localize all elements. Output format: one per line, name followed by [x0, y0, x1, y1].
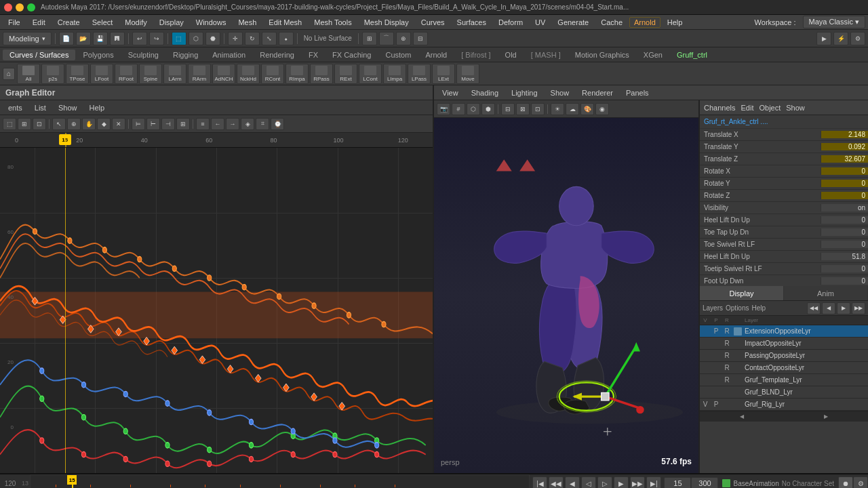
graph-time-snap-btn[interactable]: ⌚ — [271, 118, 284, 130]
graph-menu-ents[interactable]: ents — [3, 102, 28, 113]
vp-menu-view[interactable]: View — [437, 87, 464, 98]
rig-nckhd-btn[interactable]: NckHd — [237, 64, 260, 84]
timeline-ruler[interactable]: 0 15 20 40 60 80 100 120 — [0, 133, 433, 148]
viewport-canvas[interactable]: persp 57.6 fps — [434, 118, 698, 473]
graph-buffer-btn[interactable]: ⊞ — [176, 118, 190, 130]
menu-file[interactable]: File — [3, 17, 26, 28]
channel-visibility[interactable]: Visibility on — [700, 202, 868, 214]
tab-gruff-ctrl[interactable]: Gruff_ctrl — [670, 49, 714, 60]
layer-scroll-right[interactable]: ▶ — [824, 413, 828, 420]
save-file-btn[interactable]: 💾 — [93, 32, 108, 45]
vp-menu-shading[interactable]: Shading — [466, 87, 504, 98]
rig-adnch-btn[interactable]: AdNCH — [212, 64, 235, 84]
ch-header-edit[interactable]: Edit — [741, 104, 753, 112]
play-btn[interactable]: ▷ — [597, 476, 612, 488]
menu-select[interactable]: Select — [87, 17, 119, 28]
next-keyframe-btn[interactable]: ▶▶ — [630, 476, 645, 488]
channel-rotate-z[interactable]: Rotate Z 0 — [700, 190, 868, 202]
lasso-btn[interactable]: ⬡ — [189, 32, 203, 45]
menu-display[interactable]: Display — [154, 17, 189, 28]
new-file-btn[interactable]: 📄 — [59, 32, 74, 45]
rig-lpass-btn[interactable]: LPass — [408, 64, 431, 84]
vp-menu-lighting[interactable]: Lighting — [506, 87, 543, 98]
snap-point-btn[interactable]: ⊕ — [396, 32, 411, 45]
ch-tab-anim[interactable]: Anim — [784, 286, 868, 300]
channel-heel-lift-2[interactable]: Heel Lift Dn Up 51.8 — [700, 251, 868, 263]
ch-tab-display[interactable]: Display — [700, 286, 784, 300]
menu-deform[interactable]: Deform — [493, 17, 528, 28]
redo-btn[interactable]: ↪ — [149, 32, 164, 45]
char-set-label[interactable]: BaseAnimation — [733, 480, 778, 487]
channel-toe-swivel[interactable]: Toe Swivel Rt LF 0 — [700, 239, 868, 251]
tab-rendering[interactable]: Rendering — [253, 49, 301, 60]
rig-lfoot-btn[interactable]: LFoot — [90, 64, 113, 84]
settings-btn[interactable]: ⚙ — [853, 476, 868, 488]
workspace-selector[interactable]: Maya Classic ▾ — [803, 16, 865, 28]
maximize-button[interactable] — [27, 3, 35, 12]
record-btn[interactable]: ⏺ — [838, 476, 853, 488]
vp-iso-btn[interactable]: ⊟ — [501, 103, 515, 115]
rig-spine-btn[interactable]: Spine — [139, 64, 162, 84]
rig-rpass-btn[interactable]: RPass — [310, 64, 333, 84]
layer-scroll-left[interactable]: ◀ — [740, 413, 744, 420]
prev-keyframe-btn[interactable]: ◀◀ — [549, 476, 564, 488]
vp-front-btn[interactable]: ⊡ — [531, 103, 545, 115]
layers-label[interactable]: Layers — [703, 304, 723, 312]
menu-mesh-display[interactable]: Mesh Display — [359, 17, 414, 28]
rig-lcont-btn[interactable]: LCont — [359, 64, 382, 84]
graph-stepped-btn[interactable]: ⊨ — [132, 118, 145, 130]
options-label[interactable]: Options — [726, 304, 749, 312]
tab-polygons[interactable]: Polygons — [76, 49, 120, 60]
minimize-button[interactable] — [16, 3, 24, 12]
vp-ao-btn[interactable]: ◉ — [595, 103, 609, 115]
channel-rotate-y[interactable]: Rotate Y 0 — [700, 178, 868, 190]
vp-color-btn[interactable]: 🎨 — [580, 103, 594, 115]
rig-rfoot-btn[interactable]: RFoot — [115, 64, 138, 84]
play-reverse-btn[interactable]: ◁ — [581, 476, 596, 488]
rig-larm-btn[interactable]: LArm — [163, 64, 186, 84]
help-layer-label[interactable]: Help — [751, 304, 766, 312]
graph-move-nearest-btn[interactable]: ⊡ — [33, 118, 46, 130]
graph-menu-show[interactable]: Show — [53, 102, 83, 113]
rig-rext-btn[interactable]: RExt — [334, 64, 357, 84]
vp-menu-panels[interactable]: Panels — [620, 87, 654, 98]
timeline-scrubber[interactable]: 15 — [30, 474, 530, 488]
graph-canvas[interactable]: 80 60 40 20 0 — [0, 148, 433, 473]
tab-mash[interactable]: [ MASH ] — [524, 49, 568, 60]
rig-rarm-btn[interactable]: RArm — [188, 64, 211, 84]
vp-menu-show[interactable]: Show — [545, 87, 575, 98]
menu-generate[interactable]: Generate — [552, 17, 594, 28]
jump-to-end-btn[interactable]: ▶| — [646, 476, 661, 488]
graph-pan-btn[interactable]: ✋ — [82, 118, 96, 130]
graph-frame-selected-btn[interactable]: ⊞ — [18, 118, 31, 130]
rig-home-btn[interactable]: ⌂ — [3, 68, 15, 80]
modeling-dropdown[interactable]: Modeling ▾ — [3, 32, 52, 45]
menu-surfaces[interactable]: Surfaces — [452, 17, 492, 28]
menu-create[interactable]: Create — [52, 17, 85, 28]
tab-curves-surfaces[interactable]: Curves / Surfaces — [3, 49, 75, 60]
channel-translate-x[interactable]: Translate X 2.148 — [700, 129, 868, 141]
tab-arnold[interactable]: Arnold — [418, 49, 454, 60]
layer-next-btn[interactable]: ▶ — [837, 302, 850, 314]
paint-btn[interactable]: ⬣ — [205, 32, 220, 45]
tab-old[interactable]: Old — [498, 49, 524, 60]
vp-grid-btn[interactable]: # — [452, 103, 465, 115]
vp-light-btn[interactable]: ☀ — [551, 103, 564, 115]
snap-curve-btn[interactable]: ⌒ — [379, 32, 394, 45]
channel-translate-z[interactable]: Translate Z 32.607 — [700, 153, 868, 165]
rig-all-btn[interactable]: All — [17, 64, 40, 84]
layer-impact-opposite[interactable]: R ImpactOppositeLyr — [700, 338, 868, 350]
channel-foot-up-dwn[interactable]: Foot Up Dwn 0 — [700, 275, 868, 286]
channel-toetip-swivel[interactable]: Toetip Swivel Rt LF 0 — [700, 263, 868, 275]
jump-to-start-btn[interactable]: |◀ — [532, 476, 547, 488]
graph-insert-key-btn[interactable]: ◆ — [97, 118, 111, 130]
ch-header-show[interactable]: Show — [786, 104, 805, 112]
rig-lext-btn[interactable]: LExt — [432, 64, 455, 84]
tab-animation[interactable]: Animation — [205, 49, 252, 60]
ch-header-channels[interactable]: Channels — [704, 104, 735, 112]
menu-mesh-tools[interactable]: Mesh Tools — [309, 17, 357, 28]
menu-curves[interactable]: Curves — [416, 17, 450, 28]
menu-cache[interactable]: Cache — [595, 17, 628, 28]
graph-weighted-btn[interactable]: ◈ — [241, 118, 254, 130]
end-frame-input[interactable] — [691, 477, 718, 488]
